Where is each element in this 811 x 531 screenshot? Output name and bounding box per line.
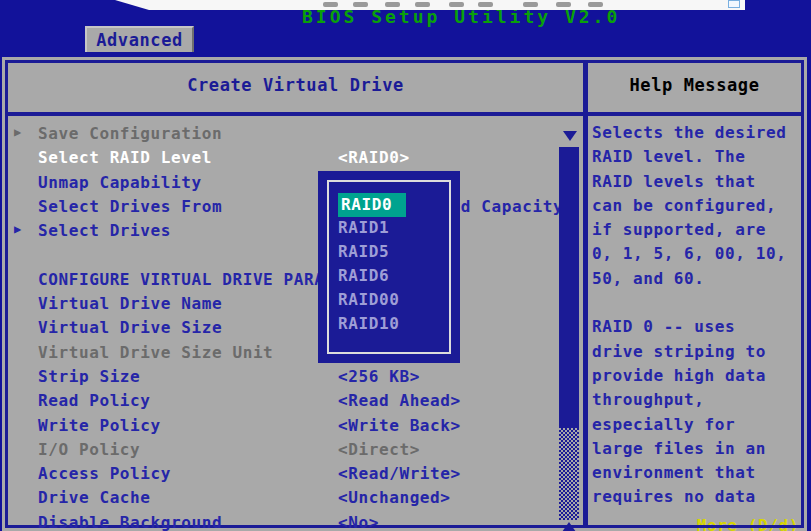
menu-row: ▶Save Configuration — [2, 123, 558, 147]
row-label: Access Policy — [38, 464, 171, 483]
menu-row[interactable]: Drive Cache<Unchanged> — [2, 487, 558, 511]
scrollbar-bottom-arrow-icon[interactable] — [562, 522, 576, 531]
help-line: if supported, are — [592, 220, 801, 244]
help-line: throughput, — [592, 390, 801, 414]
menu-row: Virtual Drive Size Unit — [2, 342, 558, 366]
toolbar-button-fragment-icon[interactable] — [323, 2, 338, 7]
row-label: Read Policy — [38, 391, 151, 410]
scrollbar-top-arrow-icon[interactable] — [563, 131, 577, 141]
help-line: RAID level. The — [592, 147, 801, 171]
toolbar-button-fragment-icon[interactable] — [353, 2, 368, 7]
dropdown-option[interactable]: RAID0 — [338, 193, 456, 217]
dropdown-option[interactable]: RAID00 — [338, 289, 456, 313]
help-message-text: Selects the desiredRAID level. TheRAID l… — [592, 123, 801, 512]
dropdown-option-label: RAID6 — [338, 266, 389, 285]
toolbar-button-fragment-icon[interactable] — [415, 2, 430, 7]
help-line: requires no data — [592, 487, 801, 511]
row-value: <Read Ahead> — [338, 391, 461, 410]
menu-row-blank — [2, 244, 558, 268]
toolbar-button-fragment-icon[interactable] — [478, 2, 493, 7]
menu-row[interactable]: Access Policy<Read/Write> — [2, 463, 558, 487]
row-label: Strip Size — [38, 367, 140, 386]
menu-row: I/O Policy<Direct> — [2, 439, 558, 463]
scrollbar-thumb[interactable] — [559, 147, 579, 428]
dropdown-option-selected-label: RAID0 — [338, 193, 406, 217]
menu-row[interactable]: Write Policy<Write Back> — [2, 415, 558, 439]
menu-row[interactable]: Unmap Capability — [2, 172, 558, 196]
page-title: Create Virtual Drive — [8, 75, 583, 95]
menu-row[interactable]: Disable Background<No> — [2, 512, 558, 531]
row-value: <Unchanged> — [338, 488, 451, 507]
row-value: <Write Back> — [338, 416, 461, 435]
toolbar-button-fragment-icon[interactable] — [449, 2, 464, 7]
help-line: environment that — [592, 463, 801, 487]
submenu-arrow-icon: ▶ — [14, 222, 22, 236]
menu-row[interactable]: Select Drives From<Unconfigured Capacity… — [2, 196, 558, 220]
row-label: Virtual Drive Size Unit — [38, 343, 273, 362]
row-label: Select Drives From — [38, 197, 222, 216]
tab-advanced[interactable]: Advanced — [85, 26, 194, 52]
menu-row[interactable]: ▶Select Drives — [2, 220, 558, 244]
dropdown-option-label: RAID5 — [338, 242, 389, 261]
help-line: 50, and 60. — [592, 269, 801, 293]
dropdown-option[interactable]: RAID10 — [338, 313, 456, 337]
toolbar-button-fragment-icon[interactable] — [588, 2, 603, 7]
setup-screen: Create Virtual Drive Help Message ▶Save … — [2, 57, 807, 531]
menu-row[interactable]: Strip Size<256 KB> — [2, 366, 558, 390]
dropdown-option-label: RAID10 — [338, 314, 399, 333]
menu-row[interactable]: Virtual Drive Name — [2, 293, 558, 317]
row-label: Virtual Drive Name — [38, 294, 222, 313]
submenu-arrow-icon: ▶ — [14, 125, 22, 139]
row-value: <RAID0> — [338, 148, 410, 167]
panel-divider — [583, 60, 588, 528]
menu-row[interactable]: Read Policy<Read Ahead> — [2, 390, 558, 414]
dropdown-option-label: RAID1 — [338, 218, 389, 237]
more-indicator: More (D/d) — [697, 516, 799, 531]
row-label: Drive Cache — [38, 488, 151, 507]
dropdown-option-label: RAID00 — [338, 290, 399, 309]
toolbar-window-icon[interactable] — [728, 0, 740, 8]
help-line: large files in an — [592, 439, 801, 463]
row-value: <No> — [338, 513, 379, 531]
header-separator — [5, 112, 804, 116]
raid-level-dropdown: RAID0RAID1RAID5RAID6RAID00RAID10 — [318, 171, 460, 363]
help-line: 0, 1, 5, 6, 00, 10, — [592, 244, 801, 268]
row-label: Save Configuration — [38, 124, 222, 143]
row-label: I/O Policy — [38, 440, 140, 459]
row-label: Select RAID Level — [38, 148, 212, 167]
dropdown-option[interactable]: RAID1 — [338, 217, 456, 241]
help-line: Selects the desired — [592, 123, 801, 147]
dropdown-option[interactable]: RAID6 — [338, 265, 456, 289]
menu-row[interactable]: CONFIGURE VIRTUAL DRIVE PARAMETERS: — [2, 269, 558, 293]
menu-row[interactable]: Select RAID Level<RAID0> — [2, 147, 558, 171]
dropdown-options: RAID0RAID1RAID5RAID6RAID00RAID10 — [338, 193, 456, 337]
menu-row[interactable]: Virtual Drive Size — [2, 317, 558, 341]
row-value: <Direct> — [338, 440, 420, 459]
row-value: <256 KB> — [338, 367, 420, 386]
row-label: Unmap Capability — [38, 173, 202, 192]
help-panel-title: Help Message — [588, 75, 801, 95]
help-line: RAID 0 -- uses — [592, 317, 801, 341]
help-line: drive striping to — [592, 342, 801, 366]
toolbar-button-fragment-icon[interactable] — [556, 2, 571, 7]
help-line: especially for — [592, 415, 801, 439]
clipped-external-toolbar — [113, 0, 745, 10]
toolbar-button-fragment-icon[interactable] — [523, 2, 538, 7]
toolbar-button-fragment-icon[interactable] — [385, 2, 400, 7]
help-line: provide high data — [592, 366, 801, 390]
row-label: Select Drives — [38, 221, 171, 240]
help-line: can be configured, — [592, 196, 801, 220]
row-value: <Read/Write> — [338, 464, 461, 483]
scrollbar-track[interactable] — [559, 428, 579, 520]
settings-list: ▶Save ConfigurationSelect RAID Level<RAI… — [2, 123, 558, 531]
row-label: Write Policy — [38, 416, 161, 435]
row-label: Virtual Drive Size — [38, 318, 222, 337]
row-label: Disable Background — [38, 513, 222, 531]
help-line: RAID levels that — [592, 172, 801, 196]
dropdown-option[interactable]: RAID5 — [338, 241, 456, 265]
help-line — [592, 293, 801, 317]
